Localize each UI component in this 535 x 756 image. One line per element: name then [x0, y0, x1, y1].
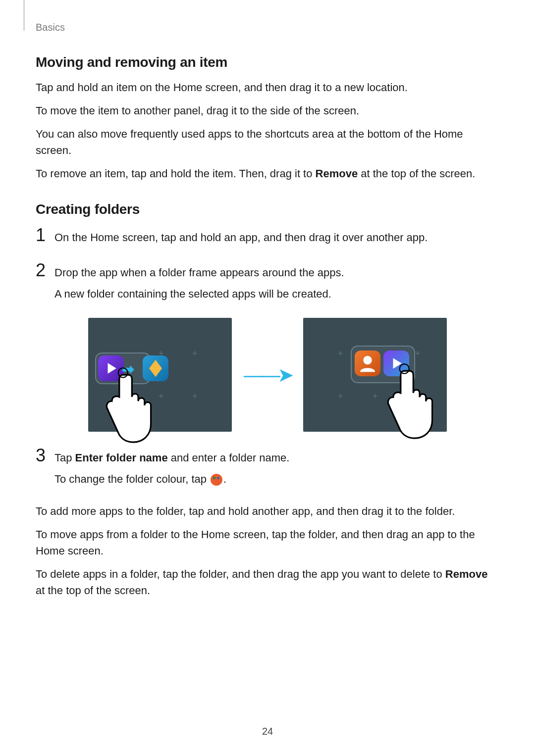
heading-moving-removing: Moving and removing an item: [36, 54, 499, 70]
text: at the top of the screen.: [36, 584, 150, 597]
transition-arrow-icon: ——➤: [244, 363, 291, 386]
text: at the top of the screen.: [358, 167, 475, 180]
ordered-list-cont: 3 Tap Enter folder name and enter a fold…: [36, 447, 499, 492]
heading-creating-folders: Creating folders: [36, 202, 499, 217]
grid-placeholder: +: [415, 349, 421, 359]
list-item: 2 Drop the app when a folder frame appea…: [36, 261, 499, 307]
figure-creating-folder: + + + + ➡ ——➤ + + + + +: [36, 318, 499, 432]
para: To move apps from a folder to the Home s…: [36, 526, 499, 559]
grid-placeholder: +: [192, 349, 198, 359]
grid-placeholder: +: [192, 391, 198, 402]
ordered-list: 1 On the Home screen, tap and hold an ap…: [36, 226, 499, 307]
grid-placeholder: +: [338, 391, 343, 402]
hand-pointer-icon: [97, 365, 161, 450]
section-label: Basics: [36, 20, 499, 35]
para: To move the item to another panel, drag …: [36, 102, 499, 119]
enter-folder-name-bold: Enter folder name: [75, 452, 168, 464]
text: .: [223, 473, 226, 485]
step-text: Drop the app when a folder frame appears…: [54, 264, 499, 281]
step-number: 1: [36, 226, 54, 251]
para: You can also move frequently used apps t…: [36, 126, 499, 158]
text: Tap: [54, 452, 75, 464]
para: Tap and hold an item on the Home screen,…: [36, 79, 499, 96]
remove-bold: Remove: [445, 568, 488, 580]
list-item: 1 On the Home screen, tap and hold an ap…: [36, 226, 499, 251]
text: To delete apps in a folder, tap the fold…: [36, 568, 445, 580]
app-icon-contacts: [355, 351, 380, 376]
step-text: To change the folder colour, tap .: [54, 471, 499, 487]
text: To change the folder colour, tap: [54, 473, 210, 485]
palette-icon: [211, 474, 222, 486]
step-text: On the Home screen, tap and hold an app,…: [54, 229, 499, 246]
page-number: 24: [0, 726, 535, 737]
svg-point-2: [363, 356, 372, 364]
list-item: 3 Tap Enter folder name and enter a fold…: [36, 447, 499, 492]
step-number: 3: [36, 447, 54, 492]
grid-placeholder: +: [338, 349, 343, 359]
step-number: 2: [36, 261, 54, 307]
figure-panel-after: + + + + +: [303, 318, 447, 432]
step-text: A new folder containing the selected app…: [54, 286, 499, 302]
figure-panel-before: + + + + ➡: [88, 318, 232, 432]
para: To delete apps in a folder, tap the fold…: [36, 566, 499, 599]
grid-placeholder: +: [373, 391, 378, 402]
para: To remove an item, tap and hold the item…: [36, 165, 499, 182]
text: and enter a folder name.: [168, 452, 290, 464]
step-text: Tap Enter folder name and enter a folder…: [54, 450, 499, 466]
hand-pointer-icon: [378, 361, 443, 446]
header-rule: [24, 0, 24, 31]
remove-bold: Remove: [316, 167, 358, 180]
para: To add more apps to the folder, tap and …: [36, 503, 499, 519]
text: To remove an item, tap and hold the item…: [36, 167, 316, 180]
